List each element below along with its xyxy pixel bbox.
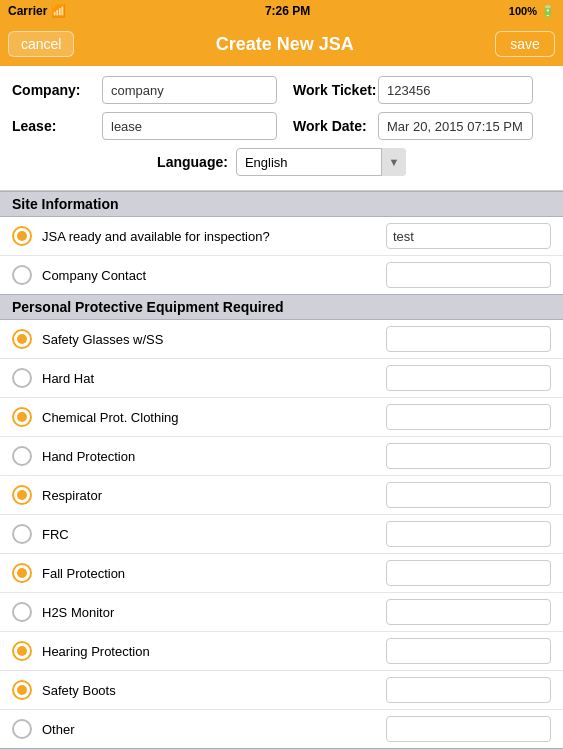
radio-button[interactable] — [12, 485, 32, 505]
battery-label: 100% — [509, 5, 537, 17]
item-label: Hand Protection — [42, 449, 386, 464]
item-input[interactable] — [386, 365, 551, 391]
ppe-header: Personal Protective Equipment Required — [0, 294, 563, 320]
list-item: Hearing Protection — [0, 632, 563, 671]
work-ticket-group: Work Ticket: — [293, 76, 533, 104]
site-information-list: JSA ready and available for inspection?C… — [0, 217, 563, 294]
item-label: Hard Hat — [42, 371, 386, 386]
list-item: Other — [0, 710, 563, 748]
item-input[interactable] — [386, 404, 551, 430]
language-row: Language: English Spanish French — [12, 148, 551, 176]
save-button[interactable]: save — [495, 31, 555, 57]
item-input[interactable] — [386, 443, 551, 469]
radio-button[interactable] — [12, 641, 32, 661]
list-item: H2S Monitor — [0, 593, 563, 632]
status-time: 7:26 PM — [265, 4, 310, 18]
list-item: Hard Hat — [0, 359, 563, 398]
wifi-icon: 📶 — [51, 4, 66, 18]
item-input[interactable] — [386, 326, 551, 352]
company-row: Company: Work Ticket: — [12, 76, 551, 104]
item-label: Fall Protection — [42, 566, 386, 581]
status-bar: Carrier 📶 7:26 PM 100% 🔋 — [0, 0, 563, 22]
item-label: Hearing Protection — [42, 644, 386, 659]
ppe-list: Safety Glasses w/SSHard HatChemical Prot… — [0, 320, 563, 748]
item-label: H2S Monitor — [42, 605, 386, 620]
language-label: Language: — [157, 154, 228, 170]
radio-button[interactable] — [12, 265, 32, 285]
lease-input[interactable] — [102, 112, 277, 140]
radio-button[interactable] — [12, 226, 32, 246]
item-input[interactable] — [386, 521, 551, 547]
list-item: FRC — [0, 515, 563, 554]
radio-button[interactable] — [12, 719, 32, 739]
work-date-input[interactable] — [378, 112, 533, 140]
radio-button[interactable] — [12, 407, 32, 427]
item-input[interactable] — [386, 560, 551, 586]
item-label: Chemical Prot. Clothing — [42, 410, 386, 425]
item-label: Respirator — [42, 488, 386, 503]
company-input[interactable] — [102, 76, 277, 104]
item-input[interactable] — [386, 223, 551, 249]
work-date-group: Work Date: — [293, 112, 533, 140]
language-select[interactable]: English Spanish French — [236, 148, 406, 176]
carrier-label: Carrier — [8, 4, 47, 18]
work-ticket-label: Work Ticket: — [293, 82, 378, 98]
site-information-header: Site Information — [0, 191, 563, 217]
item-label: Company Contact — [42, 268, 386, 283]
radio-button[interactable] — [12, 680, 32, 700]
list-item: Safety Boots — [0, 671, 563, 710]
status-left: Carrier 📶 — [8, 4, 66, 18]
list-item: JSA ready and available for inspection? — [0, 217, 563, 256]
radio-button[interactable] — [12, 446, 32, 466]
item-label: JSA ready and available for inspection? — [42, 229, 386, 244]
item-input[interactable] — [386, 716, 551, 742]
item-label: FRC — [42, 527, 386, 542]
radio-button[interactable] — [12, 368, 32, 388]
cancel-button[interactable]: cancel — [8, 31, 74, 57]
list-item: Hand Protection — [0, 437, 563, 476]
list-item: Respirator — [0, 476, 563, 515]
item-label: Other — [42, 722, 386, 737]
radio-button[interactable] — [12, 524, 32, 544]
radio-button[interactable] — [12, 563, 32, 583]
lease-row: Lease: Work Date: — [12, 112, 551, 140]
item-input[interactable] — [386, 638, 551, 664]
lease-label: Lease: — [12, 118, 102, 134]
item-label: Safety Boots — [42, 683, 386, 698]
battery-icon: 🔋 — [541, 5, 555, 18]
nav-bar: cancel Create New JSA save — [0, 22, 563, 66]
work-ticket-input[interactable] — [378, 76, 533, 104]
page-title: Create New JSA — [74, 34, 495, 55]
work-date-label: Work Date: — [293, 118, 378, 134]
item-input[interactable] — [386, 482, 551, 508]
list-item: Safety Glasses w/SS — [0, 320, 563, 359]
list-item: Chemical Prot. Clothing — [0, 398, 563, 437]
status-right: 100% 🔋 — [509, 5, 555, 18]
language-select-wrapper: English Spanish French — [236, 148, 406, 176]
company-label: Company: — [12, 82, 102, 98]
list-item: Fall Protection — [0, 554, 563, 593]
top-form: Company: Work Ticket: Lease: Work Date: … — [0, 66, 563, 191]
radio-button[interactable] — [12, 329, 32, 349]
radio-button[interactable] — [12, 602, 32, 622]
item-input[interactable] — [386, 599, 551, 625]
item-label: Safety Glasses w/SS — [42, 332, 386, 347]
list-item: Company Contact — [0, 256, 563, 294]
item-input[interactable] — [386, 262, 551, 288]
item-input[interactable] — [386, 677, 551, 703]
